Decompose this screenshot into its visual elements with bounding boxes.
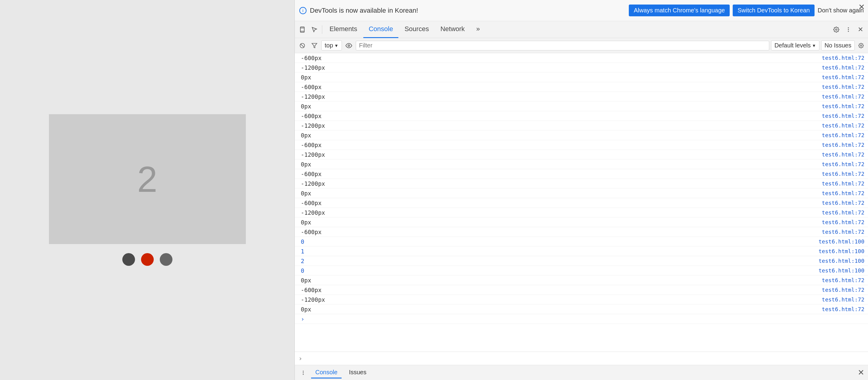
log-source[interactable]: test6.html:72 — [822, 219, 864, 225]
log-value: -1200px — [301, 180, 325, 187]
log-row: -600pxtest6.html:72 — [295, 53, 868, 63]
log-source[interactable]: test6.html:72 — [822, 74, 864, 81]
log-source[interactable]: test6.html:72 — [822, 277, 864, 283]
default-levels-dropdown[interactable]: Default levels ▼ — [771, 40, 819, 51]
dot-1[interactable] — [122, 253, 135, 266]
eye-icon[interactable] — [344, 40, 354, 51]
log-source[interactable]: test6.html:100 — [818, 238, 864, 245]
log-row: -600pxtest6.html:72 — [295, 285, 868, 295]
more-options-icon[interactable] — [843, 24, 854, 35]
log-value: -600px — [301, 55, 322, 61]
footer-tab-console[interactable]: Console — [311, 367, 342, 379]
log-row: 0pxtest6.html:72 — [295, 218, 868, 227]
log-row: -1200pxtest6.html:72 — [295, 63, 868, 72]
devtools-panel: i DevTools is now available in Korean! A… — [294, 0, 868, 380]
webpage-preview: 2 — [0, 0, 294, 380]
log-row: 1test6.html:100 — [295, 247, 868, 256]
log-value: -600px — [301, 287, 322, 293]
log-source[interactable]: test6.html:72 — [822, 171, 864, 177]
log-value: 0px — [301, 219, 311, 226]
log-source[interactable]: test6.html:72 — [822, 161, 864, 167]
dont-show-again-button[interactable]: Don't show again — [817, 7, 864, 14]
log-source[interactable]: test6.html:72 — [822, 229, 864, 235]
tab-elements[interactable]: Elements — [324, 21, 363, 38]
pagination-dots — [122, 253, 173, 266]
svg-point-15 — [303, 372, 304, 373]
log-row: -1200pxtest6.html:72 — [295, 121, 868, 130]
notification-message: DevTools is now available in Korean! — [310, 7, 626, 14]
log-value: -1200px — [301, 93, 325, 100]
filter-toggle-icon[interactable] — [309, 40, 319, 51]
svg-point-12 — [348, 45, 350, 46]
no-issues-label: No Issues — [825, 42, 851, 49]
log-source[interactable]: test6.html:72 — [822, 200, 864, 206]
log-value: 0 — [301, 238, 304, 245]
console-input-field[interactable] — [305, 355, 864, 362]
svg-point-8 — [848, 31, 849, 32]
log-value: 0px — [301, 306, 311, 313]
tab-console[interactable]: Console — [363, 21, 399, 38]
log-value: 0px — [301, 74, 311, 81]
log-row: 0pxtest6.html:72 — [295, 130, 868, 140]
log-row: 0pxtest6.html:72 — [295, 101, 868, 111]
log-value: -600px — [301, 200, 322, 206]
log-source[interactable]: test6.html:72 — [822, 93, 864, 100]
notification-banner: i DevTools is now available in Korean! A… — [295, 0, 868, 21]
log-source[interactable]: test6.html:100 — [818, 267, 864, 274]
log-value: 1 — [301, 248, 304, 255]
console-prompt: › — [299, 355, 302, 362]
console-settings-icon[interactable] — [857, 41, 866, 50]
context-dropdown[interactable]: top ▼ — [321, 40, 342, 51]
log-source[interactable]: test6.html:100 — [818, 258, 864, 264]
log-value: 0px — [301, 132, 311, 139]
log-value: -600px — [301, 84, 322, 90]
log-value: -600px — [301, 229, 322, 235]
log-value: 0 — [301, 267, 304, 274]
footer-tab-issues[interactable]: Issues — [345, 367, 371, 379]
log-source[interactable]: test6.html:72 — [822, 287, 864, 293]
log-value: -600px — [301, 142, 322, 148]
log-source[interactable]: test6.html:72 — [822, 122, 864, 129]
log-source[interactable]: test6.html:72 — [822, 84, 864, 90]
close-notification-button[interactable]: ✕ — [858, 2, 865, 12]
log-value: -1200px — [301, 122, 325, 129]
switch-korean-button[interactable]: Switch DevTools to Korean — [733, 4, 814, 16]
log-source[interactable]: test6.html:72 — [822, 296, 864, 303]
log-source[interactable]: test6.html:72 — [822, 306, 864, 312]
no-issues-button[interactable]: No Issues — [821, 40, 855, 51]
log-source[interactable]: test6.html:100 — [818, 248, 864, 254]
log-row: -1200pxtest6.html:72 — [295, 208, 868, 218]
log-source[interactable]: test6.html:72 — [822, 209, 864, 216]
close-devtools-icon[interactable]: ✕ — [855, 24, 866, 35]
inspect-element-icon[interactable] — [309, 24, 320, 35]
log-source[interactable]: test6.html:72 — [822, 151, 864, 158]
dot-2-active[interactable] — [141, 253, 154, 266]
log-source[interactable]: test6.html:72 — [822, 180, 864, 187]
log-source[interactable]: test6.html:72 — [822, 190, 864, 196]
tab-network[interactable]: Network — [435, 21, 470, 38]
device-toolbar-icon[interactable] — [297, 24, 308, 35]
console-subtoolbar: top ▼ Default levels ▼ No Issues — [295, 38, 868, 53]
filter-input[interactable] — [356, 41, 769, 51]
svg-point-16 — [303, 374, 304, 375]
settings-gear-icon[interactable] — [831, 24, 842, 35]
tab-more[interactable]: » — [471, 21, 485, 38]
dot-3[interactable] — [160, 253, 173, 266]
log-row: -1200pxtest6.html:72 — [295, 295, 868, 305]
log-row: -600pxtest6.html:72 — [295, 140, 868, 150]
log-row: 0test6.html:100 — [295, 237, 868, 247]
svg-point-13 — [861, 45, 862, 46]
log-source[interactable]: test6.html:72 — [822, 55, 864, 61]
close-drawer-icon[interactable]: ✕ — [858, 368, 864, 377]
tab-sources[interactable]: Sources — [399, 21, 434, 38]
clear-console-icon[interactable] — [297, 40, 307, 51]
svg-point-5 — [836, 29, 837, 30]
log-source[interactable]: test6.html:72 — [822, 132, 864, 138]
more-vertical-icon[interactable] — [299, 368, 308, 378]
log-source[interactable]: test6.html:72 — [822, 64, 864, 71]
always-match-button[interactable]: Always match Chrome's language — [629, 4, 730, 16]
log-source[interactable]: test6.html:72 — [822, 142, 864, 148]
log-row: 2test6.html:100 — [295, 256, 868, 266]
log-source[interactable]: test6.html:72 — [822, 113, 864, 119]
log-source[interactable]: test6.html:72 — [822, 103, 864, 109]
